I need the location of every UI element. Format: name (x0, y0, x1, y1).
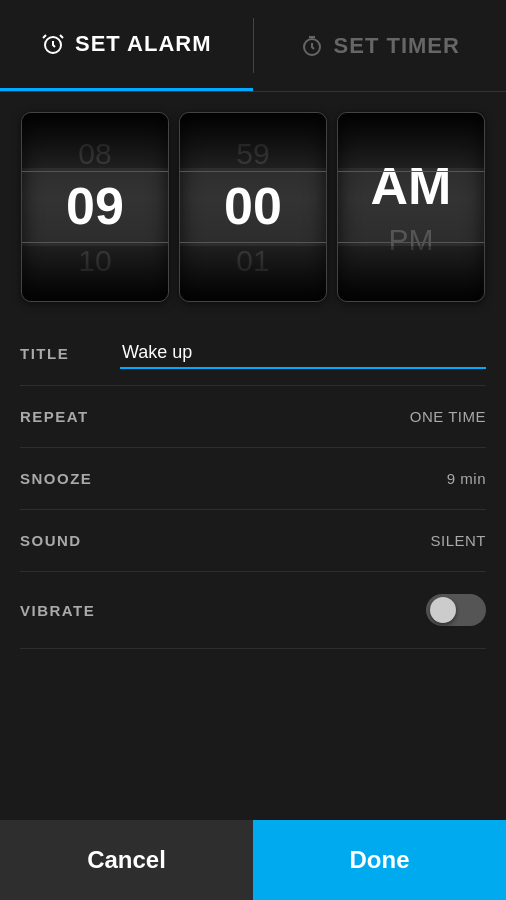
minutes-above: 59 (236, 137, 269, 170)
timer-icon (300, 34, 324, 58)
period-below: PM (389, 223, 434, 256)
title-row: TITLE (20, 322, 486, 386)
snooze-value: 9 min (447, 470, 486, 487)
sound-value: SILENT (430, 532, 486, 549)
period-current: AM (371, 158, 452, 215)
set-timer-label: SET TIMER (334, 33, 460, 59)
hours-drum[interactable]: 08 09 10 (21, 112, 169, 302)
title-label: TITLE (20, 345, 100, 362)
drum-section: 08 09 10 59 00 01 AM PM (0, 92, 506, 322)
repeat-value: ONE TIME (410, 408, 486, 425)
alarm-icon (41, 32, 65, 56)
vibrate-label: VIBRATE (20, 602, 100, 619)
set-alarm-label: SET ALARM (75, 31, 212, 57)
vibrate-toggle[interactable] (426, 594, 486, 626)
tab-set-alarm[interactable]: SET ALARM (0, 0, 253, 91)
minutes-below: 01 (236, 244, 269, 277)
snooze-row[interactable]: SNOOZE 9 min (20, 448, 486, 510)
tab-set-timer[interactable]: SET TIMER (254, 0, 507, 91)
hours-above: 08 (78, 137, 111, 170)
period-drum[interactable]: AM PM (337, 112, 485, 302)
minutes-drum[interactable]: 59 00 01 (179, 112, 327, 302)
sound-row[interactable]: SOUND SILENT (20, 510, 486, 572)
cancel-button[interactable]: Cancel (0, 820, 253, 900)
sound-label: SOUND (20, 532, 100, 549)
repeat-row[interactable]: REPEAT ONE TIME (20, 386, 486, 448)
snooze-label: SNOOZE (20, 470, 100, 487)
done-button[interactable]: Done (253, 820, 506, 900)
repeat-label: REPEAT (20, 408, 100, 425)
header: SET ALARM SET TIMER (0, 0, 506, 92)
settings-section: TITLE REPEAT ONE TIME SNOOZE 9 min SOUND… (0, 322, 506, 649)
minutes-current: 00 (224, 178, 282, 235)
toggle-knob (430, 597, 456, 623)
footer: Cancel Done (0, 820, 506, 900)
hours-current: 09 (66, 178, 124, 235)
vibrate-row[interactable]: VIBRATE (20, 572, 486, 649)
hours-below: 10 (78, 244, 111, 277)
title-input[interactable] (120, 338, 486, 369)
